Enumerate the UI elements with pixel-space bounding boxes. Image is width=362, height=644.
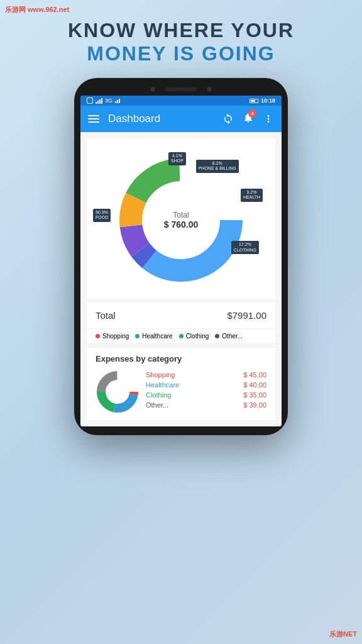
battery-icon [250,99,258,103]
expenses-title: Expenses by category [96,354,266,364]
expense-clothing-amount: $ 35,00 [243,391,266,399]
time-display: 10:18 [261,97,275,104]
expense-item-shopping: Shopping $ 45,00 [146,370,266,380]
donut-center: Total $ 760.00 [164,211,199,230]
notification-button[interactable]: 3 [243,112,254,126]
health-label: 9.2% HEALTH [241,189,263,202]
svg-point-4 [106,380,129,403]
expenses-body: Shopping $ 45,00 Healthcare $ 40,00 Clot… [96,370,266,414]
status-left: 3G [87,97,120,104]
signal-bar2 [97,101,99,104]
total-label: Total [96,310,116,321]
status-right: 10:18 [250,97,275,104]
legend-healthcare: Healthcare [135,333,172,340]
sensor-dot [207,87,212,92]
total-amount: $7991.00 [227,310,266,321]
app-bar-left: Dashboard [88,113,160,125]
phone-label: 8.2% PHONE & BILLING [196,160,239,173]
phone-frame: 3G 10:18 [74,78,288,435]
expense-other-amount: $ 39,00 [243,401,266,409]
app-bar: Dashboard 3 [80,106,282,132]
expense-item-clothing: Clothing $ 35,00 [146,390,266,400]
watermark-bottom: 乐游NET [329,630,357,639]
phone-screen: 3G 10:18 [80,96,282,426]
clothing-dot [179,334,184,338]
total-row: Total $7991.00 [87,303,275,329]
legend-shopping: Shopping [96,333,129,340]
shop-label: 4.1% SHOP [168,152,186,165]
signal-bar3 [99,99,101,104]
expense-shopping-name: Shopping [146,371,175,379]
legend-shopping-label: Shopping [102,333,129,340]
camera-dot [150,87,155,92]
notification-badge: 3 [248,109,256,118]
expense-healthcare-name: Healthcare [146,381,179,389]
signal-icon [96,98,102,104]
app-bar-title: Dashboard [108,113,160,125]
signal-bar4 [101,98,102,104]
legend-other: Other... [215,333,243,340]
expense-shopping-amount: $ 45,00 [243,371,266,379]
battery-fill [251,100,255,102]
donut-total-label: Total [164,211,199,219]
legend-other-label: Other... [222,333,243,340]
food-label: 60.9% FOOD [93,209,111,222]
watermark-top: 乐游网 www.962.net [5,5,69,14]
menu-button[interactable] [88,115,99,123]
signal-icon2 [115,99,120,103]
legend-row: Shopping Healthcare Clothing Other... [87,329,275,344]
expense-healthcare-amount: $ 40,00 [243,381,266,389]
clothing-label: 17.2% CLOTHING [231,241,259,254]
expenses-section: Expenses by category [87,348,275,420]
legend-clothing-label: Clothing [186,333,209,340]
expense-clothing-name: Clothing [146,391,171,399]
hero-line2: MONEY IS GOING [0,42,362,65]
other-dot [215,334,219,338]
app-bar-right: 3 [222,112,274,126]
screen-content: Total $ 760.00 60.9% FOOD 4.1% SHOP 8.2% [80,132,282,426]
shopping-dot [96,334,100,338]
legend-clothing: Clothing [179,333,209,340]
signal-bar1 [96,102,97,104]
expense-other-name: Other... [146,401,168,409]
more-options-icon[interactable] [263,113,274,125]
expense-item-other: Other... $ 39,00 [146,400,266,410]
speaker [165,87,197,91]
donut-total-value: $ 760.00 [164,219,199,230]
chart-container: Total $ 760.00 60.9% FOOD 4.1% SHOP 8.2% [87,138,275,299]
sync-icon[interactable] [222,113,234,125]
mini-donut-chart [96,370,140,414]
phone-top [80,87,282,96]
hero-line1: KNOW WHERE YOUR [0,19,362,42]
status-bar: 3G 10:18 [80,96,282,106]
healthcare-dot [135,334,140,338]
expense-item-healthcare: Healthcare $ 40,00 [146,380,266,390]
donut-chart: Total $ 760.00 60.9% FOOD 4.1% SHOP 8.2% [112,151,250,289]
expense-list: Shopping $ 45,00 Healthcare $ 40,00 Clot… [146,370,266,414]
network-type: 3G [105,97,112,104]
legend-healthcare-label: Healthcare [142,333,172,340]
vibrate-icon [87,97,93,104]
